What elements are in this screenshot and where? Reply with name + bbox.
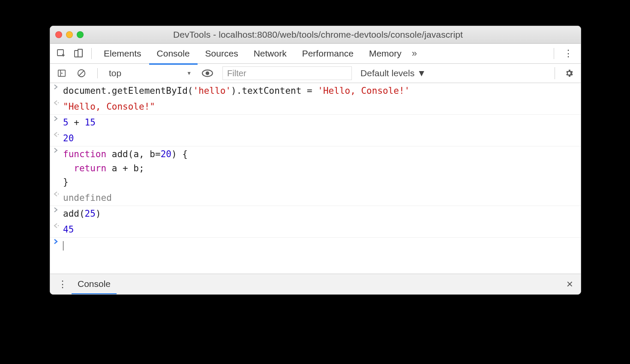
separator <box>91 48 92 59</box>
svg-point-13 <box>58 194 59 195</box>
tab-elements[interactable]: Elements <box>96 44 149 63</box>
code-text: document.getElementById('hello').textCon… <box>63 84 410 98</box>
output-chevron-icon <box>54 131 63 137</box>
svg-rect-2 <box>78 49 82 57</box>
prompt-input[interactable] <box>63 239 63 253</box>
console-toolbar: top ▼ Default levels ▼ <box>50 64 581 83</box>
window-title: DevTools - localhost:8080/web/tools/chro… <box>84 30 552 40</box>
drawer-menu-button[interactable]: ⋮ <box>54 279 72 290</box>
console-output[interactable]: document.getElementById('hello').textCon… <box>50 83 581 267</box>
live-expression-icon[interactable] <box>198 64 216 83</box>
chevron-down-icon: ▼ <box>186 70 192 76</box>
device-toolbar-icon[interactable] <box>70 44 87 63</box>
log-levels-label: Default levels <box>360 68 414 78</box>
traffic-lights <box>55 31 84 38</box>
console-output-row: 45 <box>50 222 581 238</box>
svg-point-14 <box>58 225 59 227</box>
code-text: 45 <box>63 223 74 237</box>
drawer: ⋮ Console × <box>50 274 581 294</box>
tab-console[interactable]: Console <box>149 44 198 65</box>
tab-network[interactable]: Network <box>246 44 294 63</box>
code-text: 5 + 15 <box>63 116 96 130</box>
minimize-window-button[interactable] <box>66 31 73 38</box>
chevron-down-icon: ▼ <box>417 68 426 78</box>
separator <box>97 68 98 78</box>
svg-marker-6 <box>61 72 63 74</box>
console-input-row: add(25) <box>50 206 581 222</box>
console-output-row: undefined <box>50 190 581 206</box>
code-text: add(25) <box>63 207 101 221</box>
console-output-row: 20 <box>50 131 581 147</box>
devtools-window: DevTools - localhost:8080/web/tools/chro… <box>50 26 581 295</box>
close-window-button[interactable] <box>55 31 62 38</box>
console-output-row: "Hello, Console!" <box>50 99 581 115</box>
input-chevron-icon <box>54 207 63 213</box>
code-text: "Hello, Console!" <box>63 100 155 114</box>
output-chevron-icon <box>54 223 63 229</box>
tabs-overflow-button[interactable]: » <box>412 48 417 59</box>
console-input-row: function add(a, b=20) { return a + b; } <box>50 146 581 190</box>
filter-input[interactable] <box>222 66 352 80</box>
separator <box>554 48 554 59</box>
devtools-menu-button[interactable]: ⋮ <box>558 48 578 59</box>
svg-point-12 <box>58 134 59 135</box>
inspect-element-icon[interactable] <box>53 44 70 63</box>
console-prompt-row[interactable] <box>50 238 581 254</box>
toggle-sidebar-icon[interactable] <box>54 64 70 83</box>
input-chevron-icon <box>54 147 63 153</box>
prompt-chevron-icon <box>54 239 63 245</box>
code-text: function add(a, b=20) { return a + b; } <box>63 147 188 189</box>
context-label: top <box>109 68 121 78</box>
devtools-tabs: ElementsConsoleSourcesNetworkPerformance… <box>50 44 581 64</box>
drawer-tab-console[interactable]: Console <box>72 274 117 295</box>
svg-point-10 <box>206 72 210 75</box>
code-text: 20 <box>63 131 74 146</box>
close-drawer-icon[interactable]: × <box>562 277 577 291</box>
console-input-row: 5 + 15 <box>50 115 581 131</box>
output-chevron-icon <box>54 191 63 197</box>
window-titlebar[interactable]: DevTools - localhost:8080/web/tools/chro… <box>50 26 581 44</box>
output-chevron-icon <box>54 100 63 106</box>
svg-point-11 <box>58 102 59 103</box>
input-chevron-icon <box>54 116 63 122</box>
tab-sources[interactable]: Sources <box>198 44 246 63</box>
context-selector[interactable]: top ▼ <box>105 67 195 79</box>
log-levels-selector[interactable]: Default levels ▼ <box>360 68 426 78</box>
zoom-window-button[interactable] <box>77 31 84 38</box>
code-text: undefined <box>63 191 112 205</box>
clear-console-icon[interactable] <box>73 64 90 83</box>
input-chevron-icon <box>54 84 63 90</box>
tab-performance[interactable]: Performance <box>294 44 361 63</box>
tab-memory[interactable]: Memory <box>361 44 409 63</box>
console-input-row: document.getElementById('hello').textCon… <box>50 83 581 99</box>
svg-line-8 <box>79 71 84 76</box>
separator <box>555 67 555 79</box>
console-settings-icon[interactable] <box>561 69 577 78</box>
